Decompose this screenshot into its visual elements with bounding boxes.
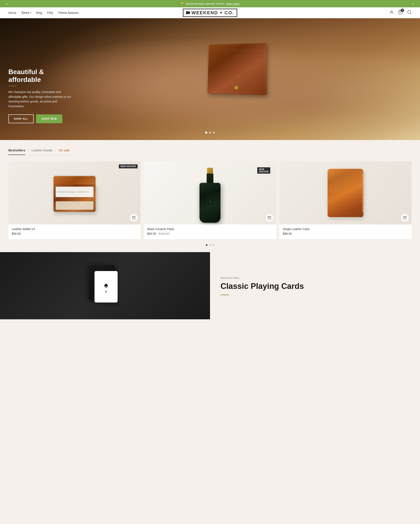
featured-section: ♠ ♠ A Weekend Misc Classic Playing Cards bbox=[0, 252, 420, 319]
product-badge-new-season-wallet: NEW SEASON bbox=[119, 164, 138, 168]
nav-blog[interactable]: Blog bbox=[36, 11, 42, 15]
search-button[interactable] bbox=[407, 10, 411, 16]
add-to-cart-wallet[interactable] bbox=[130, 214, 138, 221]
logo-text: WEEKEND + CO. bbox=[192, 10, 234, 16]
product-info-wallet: Leather Wallet V3 $58.00 bbox=[9, 224, 140, 239]
featured-divider bbox=[220, 295, 229, 295]
svg-point-0 bbox=[391, 11, 392, 12]
site-header: Home Store ▾ Blog FAQ Theme features WEE… bbox=[0, 7, 420, 18]
announcement-text: Award winning customer service bbox=[186, 2, 225, 5]
featured-brand: Weekend Misc bbox=[220, 276, 410, 279]
product-badge-new-season-flask: NEW SEASON bbox=[257, 167, 270, 174]
hero-dot-2[interactable] bbox=[209, 132, 211, 134]
product-price-flask: $92.00 $190.00 bbox=[147, 232, 272, 235]
announcement-prev[interactable]: ‹ bbox=[4, 1, 10, 6]
product-card-leather-case: Single Leather Case $88.00 bbox=[280, 161, 411, 239]
svg-line-3 bbox=[410, 13, 411, 14]
pagination-dot-1[interactable] bbox=[206, 244, 208, 246]
header-actions: 0 bbox=[389, 10, 411, 16]
product-tabs: Bestsellers Leather Goods On sale bbox=[9, 148, 411, 155]
svg-point-2 bbox=[408, 10, 411, 14]
playing-cards-visual: ♠ ♠ A bbox=[86, 261, 124, 311]
product-image-wallet: We build products with practical purpose… bbox=[9, 161, 140, 224]
hero-buttons: SHOP ALL SHOP NEW bbox=[9, 114, 71, 123]
nav-faq[interactable]: FAQ bbox=[47, 11, 53, 15]
nav-store[interactable]: Store ▾ bbox=[21, 11, 31, 15]
hero-content: Beautiful & affordable We champion top q… bbox=[0, 68, 80, 140]
shop-all-button[interactable]: SHOP ALL bbox=[9, 114, 34, 123]
product-info-leather-case: Single Leather Case $88.00 bbox=[280, 224, 411, 239]
hero-description: We champion top quality, innovative and … bbox=[9, 90, 71, 109]
product-price-original-flask: $190.00 bbox=[159, 232, 169, 235]
chevron-down-icon: ▾ bbox=[30, 12, 31, 14]
announcement-icon: 🏆 bbox=[181, 2, 184, 5]
tab-bestsellers[interactable]: Bestsellers bbox=[9, 148, 25, 155]
hero-divider bbox=[9, 86, 17, 86]
nav-home[interactable]: Home bbox=[9, 11, 16, 15]
cart-count: 0 bbox=[401, 9, 404, 12]
shop-new-button[interactable]: SHOP NEW bbox=[36, 114, 62, 123]
featured-product-image: ♠ ♠ A bbox=[0, 252, 210, 319]
product-price-leather-case: $88.00 bbox=[283, 232, 408, 235]
nav-store-label: Store bbox=[21, 11, 29, 15]
hero-dot-1[interactable] bbox=[205, 132, 207, 134]
products-section: Bestsellers Leather Goods On sale We bui… bbox=[0, 140, 420, 252]
main-nav: Home Store ▾ Blog FAQ Theme features bbox=[9, 11, 79, 15]
product-name-flask: Black Ceramic Flask bbox=[147, 227, 272, 231]
tab-on-sale[interactable]: On sale bbox=[59, 148, 70, 155]
hero-section: Beautiful & affordable We champion top q… bbox=[0, 18, 420, 140]
product-name-leather-case: Single Leather Case bbox=[283, 227, 408, 231]
add-to-cart-leather-case[interactable] bbox=[401, 214, 409, 221]
product-info-flask: Black Ceramic Flask $92.00 $190.00 bbox=[144, 224, 276, 239]
site-logo[interactable]: WEEKEND + CO. bbox=[183, 9, 237, 17]
announcement-link[interactable]: learn more bbox=[226, 2, 239, 5]
product-price-wallet: $58.00 bbox=[12, 232, 137, 235]
featured-content: Weekend Misc Classic Playing Cards bbox=[210, 252, 420, 319]
hero-dot-3[interactable] bbox=[213, 132, 215, 134]
products-pagination bbox=[9, 244, 411, 246]
product-card-flask: 2 SAVE 52% NEW SEASON Black Ceramic Flas… bbox=[144, 161, 276, 239]
hero-dots bbox=[205, 132, 215, 134]
nav-theme-features[interactable]: Theme features bbox=[58, 11, 79, 15]
tab-leather-goods[interactable]: Leather Goods bbox=[32, 148, 52, 155]
logo-flag-icon bbox=[186, 11, 190, 15]
hero-product-image bbox=[203, 35, 274, 106]
cart-button[interactable]: 0 bbox=[398, 10, 403, 16]
pagination-dot-2[interactable] bbox=[209, 244, 211, 246]
product-name-wallet: Leather Wallet V3 bbox=[12, 227, 137, 231]
products-grid: We build products with practical purpose… bbox=[9, 161, 411, 239]
announcement-next[interactable]: › bbox=[410, 1, 416, 6]
announcement-bar: ‹ 🏆 Award winning customer service learn… bbox=[0, 0, 420, 7]
product-card-wallet: We build products with practical purpose… bbox=[9, 161, 140, 239]
featured-title: Classic Playing Cards bbox=[220, 281, 410, 291]
add-to-cart-flask[interactable] bbox=[266, 214, 273, 221]
pagination-dot-3[interactable] bbox=[212, 244, 214, 246]
product-image-flask: 2 SAVE 52% NEW SEASON bbox=[144, 161, 276, 224]
product-image-leather-case bbox=[280, 161, 411, 224]
hero-title: Beautiful & affordable bbox=[9, 68, 71, 84]
account-button[interactable] bbox=[389, 10, 394, 16]
